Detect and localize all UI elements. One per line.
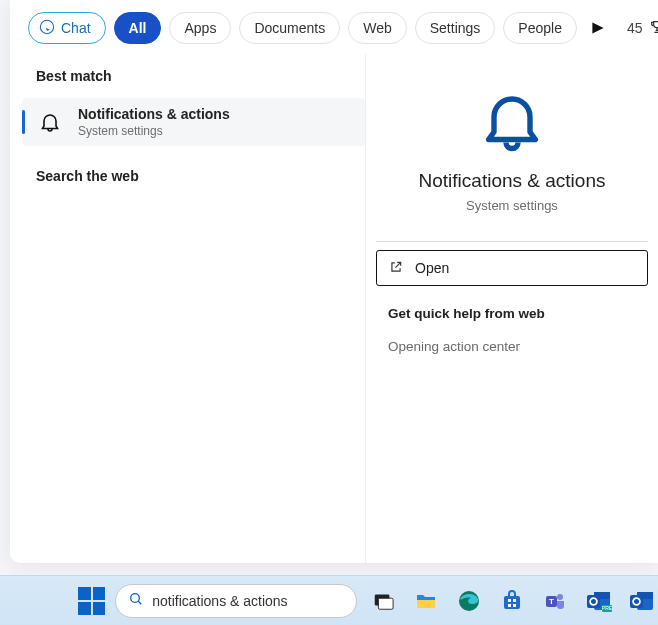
svg-rect-15 [587, 595, 600, 608]
tab-label: Settings [430, 20, 481, 36]
bing-chat-icon [39, 19, 55, 38]
divider [376, 241, 648, 242]
tab-label: All [129, 20, 147, 36]
open-external-icon [389, 260, 403, 277]
preview-subtitle: System settings [366, 198, 658, 213]
result-notifications-actions[interactable]: Notifications & actions System settings [22, 98, 365, 146]
svg-rect-7 [513, 599, 516, 602]
file-explorer-icon[interactable] [410, 584, 443, 618]
taskbar-search[interactable] [115, 584, 357, 618]
tab-documents[interactable]: Documents [239, 12, 340, 44]
tab-label: Apps [184, 20, 216, 36]
tab-label: Web [363, 20, 392, 36]
task-view-icon[interactable] [367, 584, 400, 618]
search-the-web[interactable]: Search the web [10, 146, 365, 184]
tab-people[interactable]: People [503, 12, 577, 44]
svg-point-12 [557, 594, 563, 600]
result-text: Notifications & actions System settings [78, 106, 230, 138]
help-link-opening-action-center[interactable]: Opening action center [388, 339, 658, 354]
start-button[interactable] [78, 587, 105, 615]
svg-rect-6 [508, 599, 511, 602]
teams-icon[interactable]: T [539, 584, 572, 618]
outlook-icon[interactable] [625, 584, 658, 618]
trophy-icon [649, 19, 658, 38]
search-icon [128, 591, 144, 611]
points-count: 45 [627, 20, 643, 36]
tab-web[interactable]: Web [348, 12, 407, 44]
tab-label: Documents [254, 20, 325, 36]
result-subtitle: System settings [78, 124, 230, 138]
svg-rect-3 [379, 598, 394, 609]
bell-icon [36, 108, 64, 136]
open-button[interactable]: Open [376, 250, 648, 286]
help-from-web-header: Get quick help from web [388, 306, 658, 321]
tab-all[interactable]: All [114, 12, 162, 44]
result-title: Notifications & actions [78, 106, 230, 122]
svg-rect-9 [513, 604, 516, 607]
tab-label: People [518, 20, 562, 36]
preview-title: Notifications & actions [366, 170, 658, 192]
microsoft-store-icon[interactable] [496, 584, 529, 618]
svg-text:T: T [550, 597, 555, 606]
start-search-panel: Chat All Apps Documents Web Settings Peo… [10, 0, 658, 563]
tab-settings[interactable]: Settings [415, 12, 496, 44]
taskbar-search-input[interactable] [152, 593, 344, 609]
best-match-label: Best match [10, 54, 365, 98]
svg-rect-21 [630, 595, 643, 608]
tab-apps[interactable]: Apps [169, 12, 231, 44]
results-left: Best match Notifications & actions Syste… [10, 54, 365, 563]
tab-label: Chat [61, 20, 91, 36]
svg-point-0 [40, 20, 53, 33]
outlook-pre-icon[interactable]: PRE [582, 584, 615, 618]
tab-chat[interactable]: Chat [28, 12, 106, 44]
taskbar: T PRE [0, 575, 658, 625]
svg-text:PRE: PRE [601, 605, 611, 611]
results-preview: Notifications & actions System settings … [365, 54, 658, 563]
results-body: Best match Notifications & actions Syste… [10, 54, 658, 563]
more-tabs-icon[interactable] [591, 21, 605, 35]
filter-tabs: Chat All Apps Documents Web Settings Peo… [10, 0, 658, 54]
edge-icon[interactable] [453, 584, 486, 618]
svg-rect-5 [504, 596, 520, 609]
svg-rect-8 [508, 604, 511, 607]
rewards-points[interactable]: 45 [621, 19, 658, 38]
svg-point-1 [131, 593, 140, 602]
bell-icon-large [366, 84, 658, 160]
open-label: Open [415, 260, 449, 276]
